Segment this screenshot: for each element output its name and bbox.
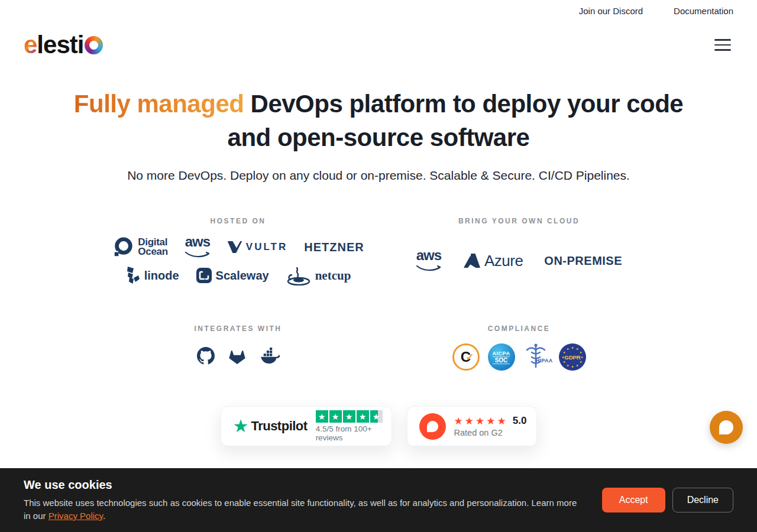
scaleway-text: Scaleway: [216, 269, 269, 283]
aws-text: aws: [185, 236, 210, 247]
caduceus-icon: [523, 342, 551, 372]
top-utility-nav: Join our Discord Documentation: [0, 0, 757, 16]
g2-card[interactable]: ★★★★★ 5.0 Rated on G2: [407, 406, 537, 446]
g2-logo-icon: [419, 413, 446, 440]
vultr-icon: [227, 240, 242, 254]
logo-letters: lesti: [37, 33, 83, 57]
ratings-section: ★ Trustpilot ★ ★ ★ ★ ★ 4.5/5 from 100+ r…: [0, 406, 757, 446]
hipaa-badge: HIPAA: [523, 343, 551, 371]
title-line1: DevOps platform to deploy your code: [244, 90, 683, 118]
iso-27001-badge: C ✓: [452, 343, 480, 371]
integrates-label: INTEGRATES WITH: [195, 325, 282, 333]
aicpa-soc-badge: AICPA SOC: [488, 343, 515, 371]
svg-text:★: ★: [575, 364, 578, 367]
iso-check-icon: ✓: [465, 351, 474, 364]
star-icon: ★: [357, 410, 369, 423]
main-header: elesti: [0, 16, 757, 57]
linode-text: linode: [144, 269, 179, 283]
logo-o-icon: [85, 36, 103, 54]
aws-smile-icon: [185, 251, 211, 258]
netcup-icon: [286, 265, 312, 286]
svg-text:★: ★: [580, 355, 583, 359]
title-line2: and open-source software: [228, 124, 530, 151]
vultr-logo: VULTR: [227, 240, 287, 254]
gitlab-icon: [228, 347, 247, 367]
privacy-policy-link[interactable]: Privacy Policy: [48, 511, 103, 521]
azure-logo: Azure: [463, 252, 523, 270]
svg-text:★: ★: [566, 364, 569, 367]
half-star-icon: ★: [370, 410, 383, 423]
decline-cookies-button[interactable]: Decline: [672, 488, 733, 512]
aws-logo: aws: [185, 236, 211, 258]
trustpilot-brand-text: Trustpilot: [251, 419, 307, 434]
cookie-title: We use cookies: [24, 478, 584, 492]
svg-text:★: ★: [562, 360, 565, 364]
digitalocean-text2: Ocean: [138, 246, 167, 257]
digitalocean-icon: [112, 236, 134, 258]
svg-text:★: ★: [566, 347, 569, 351]
linode-icon: [125, 266, 141, 285]
github-icon: [197, 347, 215, 367]
docker-icon: [260, 348, 280, 366]
azure-icon: [463, 253, 481, 268]
page-title: Fully managed DevOps platform to deploy …: [38, 87, 719, 154]
title-highlight: Fully managed: [74, 90, 244, 118]
hero-subtitle: No more DevOps. Deploy on any cloud or o…: [0, 168, 757, 183]
cookie-body: This website uses technologies such as c…: [24, 497, 584, 523]
cookie-body-period: .: [103, 511, 105, 521]
providers-section: HOSTED ON: [98, 217, 659, 371]
hosted-on-label: HOSTED ON: [211, 217, 266, 225]
join-discord-link[interactable]: Join our Discord: [579, 6, 643, 16]
svg-text:★: ★: [579, 360, 582, 364]
svg-text:★: ★: [571, 346, 574, 349]
byoc-cell: BRING YOUR OWN CLOUD aws: [378, 217, 659, 286]
hamburger-menu-icon[interactable]: [712, 37, 733, 53]
vultr-text: VULTR: [246, 241, 287, 253]
azure-text: Azure: [484, 252, 523, 270]
trustpilot-card[interactable]: ★ Trustpilot ★ ★ ★ ★ ★ 4.5/5 from 100+ r…: [221, 406, 392, 446]
netcup-logo: netcup: [286, 265, 351, 286]
chat-bubble-icon: [719, 420, 733, 434]
elestio-logo[interactable]: elesti: [24, 33, 103, 57]
hero-section: Fully managed DevOps platform to deploy …: [0, 87, 757, 446]
scaleway-icon: [196, 267, 212, 284]
soc-text: SOC: [493, 356, 510, 364]
hipaa-text: HIPAA: [536, 358, 553, 364]
g2-caption: Rated on G2: [454, 428, 527, 437]
scaleway-logo: Scaleway: [196, 267, 269, 284]
trustpilot-rating-text: 4.5/5 from 100+ reviews: [316, 424, 383, 442]
byoc-label: BRING YOUR OWN CLOUD: [458, 217, 580, 225]
trustpilot-stars: ★ ★ ★ ★ ★: [316, 410, 383, 423]
cookie-body-text: This website uses technologies such as c…: [24, 498, 577, 521]
chat-widget-button[interactable]: [710, 411, 743, 444]
digitalocean-logo: Digital Ocean: [112, 236, 167, 258]
cookie-banner: We use cookies This website uses technol…: [0, 468, 757, 532]
svg-text:★: ★: [575, 347, 578, 351]
compliance-cell: COMPLIANCE C ✓ AICPA SOC: [378, 325, 659, 371]
star-icon: ★: [316, 410, 328, 423]
netcup-text: netcup: [315, 268, 351, 283]
linode-logo: linode: [125, 266, 179, 285]
hosted-on-cell: HOSTED ON: [98, 217, 378, 286]
g2-stars: ★★★★★: [454, 416, 508, 426]
svg-text:★: ★: [571, 365, 574, 368]
compliance-label: COMPLIANCE: [488, 325, 551, 333]
documentation-link[interactable]: Documentation: [674, 6, 733, 16]
hetzner-text: HETZNER: [304, 241, 364, 254]
logo-letter-e: e: [24, 33, 37, 57]
on-premise-text: ON-PREMISE: [544, 254, 622, 268]
trustpilot-star-icon: ★: [233, 417, 249, 435]
gdpr-text: GDPR: [564, 354, 581, 361]
aicpa-text: AICPA: [493, 351, 510, 356]
elestio-landing-page: Join our Discord Documentation elesti Fu…: [0, 0, 757, 532]
byoc-aws-logo: aws: [416, 249, 442, 271]
accept-cookies-button[interactable]: Accept: [602, 488, 665, 512]
g2-score: 5.0: [513, 415, 527, 427]
star-icon: ★: [329, 410, 342, 423]
star-icon: ★: [343, 410, 355, 423]
hetzner-logo: HETZNER: [304, 241, 364, 254]
integrates-cell: INTEGRATES WITH: [98, 325, 378, 371]
byoc-aws-text: aws: [416, 249, 441, 261]
gdpr-badge: ★★★ ★★★ ★★★ ★★★ GDPR: [559, 343, 586, 371]
on-premise-logo: ON-PREMISE: [544, 254, 622, 268]
